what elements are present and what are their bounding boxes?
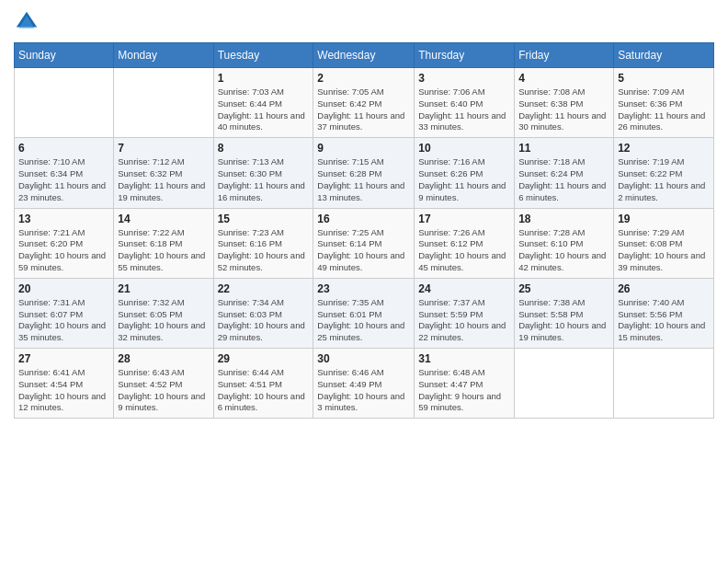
day-info: Sunrise: 6:41 AMSunset: 4:54 PMDaylight:…	[18, 367, 109, 414]
day-cell: 13Sunrise: 7:21 AMSunset: 6:20 PMDayligh…	[15, 208, 114, 278]
day-number: 11	[518, 142, 609, 155]
day-info: Sunrise: 7:21 AMSunset: 6:20 PMDaylight:…	[18, 227, 109, 274]
calendar-table: SundayMondayTuesdayWednesdayThursdayFrid…	[14, 42, 714, 419]
day-number: 2	[317, 72, 410, 85]
day-info: Sunrise: 7:40 AMSunset: 5:56 PMDaylight:…	[618, 297, 710, 344]
day-cell: 12Sunrise: 7:19 AMSunset: 6:22 PMDayligh…	[614, 138, 714, 208]
day-info: Sunrise: 7:31 AMSunset: 6:07 PMDaylight:…	[18, 297, 109, 344]
logo	[14, 9, 43, 35]
day-cell: 16Sunrise: 7:25 AMSunset: 6:14 PMDayligh…	[313, 208, 415, 278]
header	[14, 9, 714, 35]
day-cell: 23Sunrise: 7:35 AMSunset: 6:01 PMDayligh…	[313, 278, 415, 348]
day-cell: 17Sunrise: 7:26 AMSunset: 6:12 PMDayligh…	[415, 208, 515, 278]
day-cell: 30Sunrise: 6:46 AMSunset: 4:49 PMDayligh…	[313, 349, 415, 419]
weekday-header-tuesday: Tuesday	[213, 43, 313, 68]
day-number: 22	[218, 282, 310, 295]
day-cell: 8Sunrise: 7:13 AMSunset: 6:30 PMDaylight…	[213, 138, 313, 208]
day-cell: 11Sunrise: 7:18 AMSunset: 6:24 PMDayligh…	[515, 138, 614, 208]
day-number: 29	[218, 352, 310, 365]
day-cell: 4Sunrise: 7:08 AMSunset: 6:38 PMDaylight…	[515, 68, 614, 138]
day-cell: 3Sunrise: 7:06 AMSunset: 6:40 PMDaylight…	[415, 68, 515, 138]
day-number: 21	[118, 282, 209, 295]
day-number: 15	[218, 213, 310, 225]
day-number: 17	[418, 213, 510, 225]
page: SundayMondayTuesdayWednesdayThursdayFrid…	[0, 0, 728, 563]
day-number: 13	[18, 213, 109, 225]
day-cell	[614, 349, 714, 419]
day-number: 25	[518, 282, 609, 295]
day-info: Sunrise: 7:18 AMSunset: 6:24 PMDaylight:…	[518, 156, 609, 203]
day-number: 8	[218, 142, 310, 155]
week-row-5: 27Sunrise: 6:41 AMSunset: 4:54 PMDayligh…	[15, 349, 714, 419]
week-row-2: 6Sunrise: 7:10 AMSunset: 6:34 PMDaylight…	[15, 138, 714, 208]
day-info: Sunrise: 7:32 AMSunset: 6:05 PMDaylight:…	[118, 297, 209, 344]
weekday-header-sunday: Sunday	[15, 43, 114, 68]
day-info: Sunrise: 7:15 AMSunset: 6:28 PMDaylight:…	[317, 156, 410, 203]
day-cell	[114, 68, 213, 138]
day-number: 20	[18, 282, 109, 295]
day-info: Sunrise: 7:28 AMSunset: 6:10 PMDaylight:…	[518, 227, 609, 274]
day-cell: 6Sunrise: 7:10 AMSunset: 6:34 PMDaylight…	[15, 138, 114, 208]
day-number: 27	[18, 352, 109, 365]
calendar-body: 1Sunrise: 7:03 AMSunset: 6:44 PMDaylight…	[15, 68, 714, 419]
day-cell: 14Sunrise: 7:22 AMSunset: 6:18 PMDayligh…	[114, 208, 213, 278]
day-number: 24	[418, 282, 510, 295]
day-cell: 25Sunrise: 7:38 AMSunset: 5:58 PMDayligh…	[515, 278, 614, 348]
day-number: 7	[118, 142, 209, 155]
day-cell: 28Sunrise: 6:43 AMSunset: 4:52 PMDayligh…	[114, 349, 213, 419]
week-row-4: 20Sunrise: 7:31 AMSunset: 6:07 PMDayligh…	[15, 278, 714, 348]
day-info: Sunrise: 6:46 AMSunset: 4:49 PMDaylight:…	[317, 367, 410, 414]
day-info: Sunrise: 7:08 AMSunset: 6:38 PMDaylight:…	[518, 86, 609, 133]
day-info: Sunrise: 7:12 AMSunset: 6:32 PMDaylight:…	[118, 156, 209, 203]
day-cell: 9Sunrise: 7:15 AMSunset: 6:28 PMDaylight…	[313, 138, 415, 208]
day-cell: 19Sunrise: 7:29 AMSunset: 6:08 PMDayligh…	[614, 208, 714, 278]
day-cell: 27Sunrise: 6:41 AMSunset: 4:54 PMDayligh…	[15, 349, 114, 419]
day-cell: 24Sunrise: 7:37 AMSunset: 5:59 PMDayligh…	[415, 278, 515, 348]
day-cell: 20Sunrise: 7:31 AMSunset: 6:07 PMDayligh…	[15, 278, 114, 348]
weekday-row: SundayMondayTuesdayWednesdayThursdayFrid…	[15, 43, 714, 68]
day-number: 5	[618, 72, 710, 85]
day-info: Sunrise: 7:09 AMSunset: 6:36 PMDaylight:…	[618, 86, 710, 133]
day-info: Sunrise: 7:06 AMSunset: 6:40 PMDaylight:…	[418, 86, 510, 133]
day-number: 26	[618, 282, 710, 295]
generalblue-icon	[14, 9, 40, 35]
day-info: Sunrise: 7:13 AMSunset: 6:30 PMDaylight:…	[218, 156, 310, 203]
day-number: 6	[18, 142, 109, 155]
day-info: Sunrise: 6:43 AMSunset: 4:52 PMDaylight:…	[118, 367, 209, 414]
day-number: 18	[518, 213, 609, 225]
day-number: 30	[317, 352, 410, 365]
day-info: Sunrise: 7:29 AMSunset: 6:08 PMDaylight:…	[618, 227, 710, 274]
day-cell: 21Sunrise: 7:32 AMSunset: 6:05 PMDayligh…	[114, 278, 213, 348]
day-info: Sunrise: 7:10 AMSunset: 6:34 PMDaylight:…	[18, 156, 109, 203]
day-info: Sunrise: 7:03 AMSunset: 6:44 PMDaylight:…	[218, 86, 310, 133]
day-number: 19	[618, 213, 710, 225]
day-cell: 15Sunrise: 7:23 AMSunset: 6:16 PMDayligh…	[213, 208, 313, 278]
weekday-header-saturday: Saturday	[614, 43, 714, 68]
weekday-header-thursday: Thursday	[415, 43, 515, 68]
day-cell: 7Sunrise: 7:12 AMSunset: 6:32 PMDaylight…	[114, 138, 213, 208]
day-cell: 31Sunrise: 6:48 AMSunset: 4:47 PMDayligh…	[415, 349, 515, 419]
day-cell	[15, 68, 114, 138]
week-row-3: 13Sunrise: 7:21 AMSunset: 6:20 PMDayligh…	[15, 208, 714, 278]
day-number: 9	[317, 142, 410, 155]
weekday-header-wednesday: Wednesday	[313, 43, 415, 68]
day-number: 3	[418, 72, 510, 85]
day-number: 31	[418, 352, 510, 365]
day-cell: 26Sunrise: 7:40 AMSunset: 5:56 PMDayligh…	[614, 278, 714, 348]
day-number: 12	[618, 142, 710, 155]
day-number: 10	[418, 142, 510, 155]
day-info: Sunrise: 6:44 AMSunset: 4:51 PMDaylight:…	[218, 367, 310, 414]
weekday-header-monday: Monday	[114, 43, 213, 68]
day-cell: 5Sunrise: 7:09 AMSunset: 6:36 PMDaylight…	[614, 68, 714, 138]
day-info: Sunrise: 7:26 AMSunset: 6:12 PMDaylight:…	[418, 227, 510, 274]
week-row-1: 1Sunrise: 7:03 AMSunset: 6:44 PMDaylight…	[15, 68, 714, 138]
day-cell: 18Sunrise: 7:28 AMSunset: 6:10 PMDayligh…	[515, 208, 614, 278]
day-info: Sunrise: 7:23 AMSunset: 6:16 PMDaylight:…	[218, 227, 310, 274]
day-number: 28	[118, 352, 209, 365]
day-cell: 29Sunrise: 6:44 AMSunset: 4:51 PMDayligh…	[213, 349, 313, 419]
day-info: Sunrise: 7:05 AMSunset: 6:42 PMDaylight:…	[317, 86, 410, 133]
day-number: 4	[518, 72, 609, 85]
weekday-header-friday: Friday	[515, 43, 614, 68]
day-info: Sunrise: 7:35 AMSunset: 6:01 PMDaylight:…	[317, 297, 410, 344]
day-info: Sunrise: 7:22 AMSunset: 6:18 PMDaylight:…	[118, 227, 209, 274]
